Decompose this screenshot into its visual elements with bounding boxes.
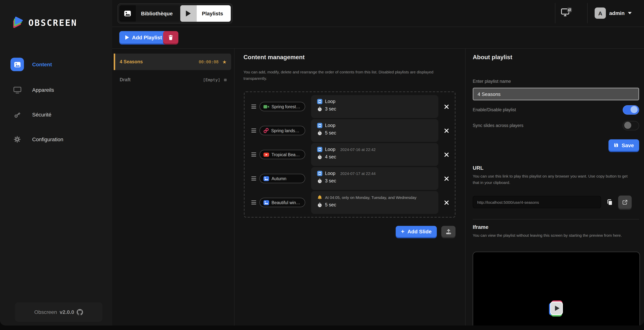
- slide-card[interactable]: Loop 2024-07-17 at 22:44 3 sec: [311, 167, 438, 190]
- drag-handle-icon[interactable]: [251, 200, 257, 206]
- slide-duration: 5 sec: [325, 130, 336, 136]
- footer-app-name: Obscreen: [34, 309, 57, 315]
- remove-slide-button[interactable]: [438, 128, 455, 133]
- save-label: Save: [622, 142, 634, 148]
- slide-row: Beautiful win… At 04:05, only on Monday,…: [251, 191, 455, 214]
- image-icon: [263, 200, 269, 206]
- remove-slide-button[interactable]: [438, 176, 455, 181]
- topbar: Bibliothèque Playlists A admin: [112, 0, 644, 27]
- add-playlist-label: Add Playlist: [132, 34, 162, 40]
- drag-handle-icon[interactable]: [251, 176, 257, 182]
- url-row: [473, 196, 639, 209]
- slide-row: Tropical Bea… Loop 2024-07-16 at 22:42 4…: [251, 143, 455, 166]
- enable-playlist-toggle[interactable]: [623, 105, 639, 114]
- slide-chip[interactable]: Tropical Bea…: [260, 150, 305, 159]
- slide-card[interactable]: Loop 2024-07-16 at 22:42 4 sec: [311, 143, 438, 166]
- slide-chip[interactable]: Spring forest…: [260, 102, 305, 111]
- slide-card[interactable]: Loop 3 sec: [311, 95, 438, 118]
- slide-mode: Loop: [325, 147, 336, 152]
- sidebar: OBSCREEN Content Appareils Sécurité Conf: [0, 0, 112, 325]
- url-title: URL: [473, 165, 484, 171]
- slide-chip[interactable]: Autumn: [260, 174, 305, 183]
- avatar: A: [595, 8, 606, 19]
- playlist-toolbar: Add Playlist: [112, 27, 644, 49]
- save-button[interactable]: Save: [609, 139, 639, 151]
- loop-icon: [317, 147, 322, 152]
- drag-handle-icon[interactable]: [251, 127, 257, 133]
- close-icon: [444, 200, 449, 205]
- username: admin: [609, 10, 624, 16]
- playlist-duration: [Empty]: [203, 77, 220, 82]
- slide-duration: 3 sec: [325, 106, 336, 112]
- sidebar-item-label: Appareils: [32, 87, 54, 93]
- tab-label: Playlists: [197, 11, 231, 17]
- playlist-item-draft[interactable]: Draft [Empty]: [114, 73, 231, 86]
- youtube-icon: [263, 151, 269, 157]
- slide-schedule: 2024-07-16 at 22:42: [340, 147, 376, 152]
- slide-row: Spring lands… Loop 5 sec: [251, 119, 455, 142]
- drag-handle-icon[interactable]: [251, 151, 257, 157]
- loop-icon: [317, 171, 322, 176]
- sidebar-item-appareils[interactable]: Appareils: [10, 82, 54, 98]
- enable-playlist-label: Enable/Disable playlist: [473, 107, 516, 112]
- sidebar-item-label: Content: [32, 61, 52, 67]
- stopwatch-icon: [317, 130, 322, 136]
- user-menu[interactable]: A admin: [595, 8, 632, 19]
- content-management-panel: Content management You can add, modify, …: [234, 49, 465, 325]
- key-icon: [10, 111, 24, 118]
- copy-url-button[interactable]: [601, 199, 618, 206]
- remove-slide-button[interactable]: [438, 104, 455, 109]
- loop-icon: [317, 123, 322, 128]
- video-camera-icon: [263, 104, 269, 110]
- player-preview-button[interactable]: [561, 8, 572, 19]
- playlist-name: Draft: [120, 77, 130, 82]
- github-icon: [77, 309, 83, 315]
- stopwatch-icon: [317, 202, 322, 208]
- playlist-name-input[interactable]: [473, 88, 639, 100]
- slide-mode: Loop: [325, 171, 336, 176]
- playlist-url-input[interactable]: [473, 196, 601, 208]
- app-version-link[interactable]: Obscreen v2.0.0: [15, 302, 102, 322]
- upload-slide-button[interactable]: [441, 226, 456, 237]
- add-slide-button[interactable]: + Add Slide: [396, 226, 437, 237]
- close-icon: [444, 128, 449, 133]
- playlist-item-4-seasons[interactable]: 4 Seasons 00:00:08 ★: [114, 54, 231, 70]
- slide-chip-label: Autumn: [272, 176, 286, 181]
- remove-slide-button[interactable]: [438, 152, 455, 157]
- close-icon: [444, 104, 449, 109]
- slide-duration: 3 sec: [325, 178, 336, 184]
- tab-playlists[interactable]: Playlists: [180, 5, 231, 22]
- slide-chip[interactable]: Beautiful win…: [260, 198, 305, 207]
- square-badge-icon: [224, 78, 227, 81]
- delete-playlist-button[interactable]: [163, 31, 178, 44]
- view-tabs: Bibliothèque Playlists: [118, 3, 232, 24]
- slide-schedule: 2024-07-17 at 22:44: [340, 171, 376, 176]
- tab-bibliotheque[interactable]: Bibliothèque: [119, 5, 180, 22]
- close-icon: [444, 176, 449, 181]
- floppy-disk-icon: [614, 143, 619, 147]
- playlist-preview-iframe[interactable]: [473, 252, 640, 325]
- open-url-button[interactable]: [618, 196, 632, 209]
- sidebar-item-securite[interactable]: Sécurité: [10, 106, 52, 123]
- slide-chip[interactable]: Spring lands…: [260, 126, 305, 135]
- playlist-name: 4 Seasons: [120, 59, 143, 64]
- add-playlist-button[interactable]: Add Playlist: [119, 31, 168, 44]
- playlist-name-label: Enter playlist name: [473, 79, 511, 84]
- sidebar-item-configuration[interactable]: Configuration: [10, 131, 64, 147]
- sync-slides-toggle[interactable]: [623, 121, 639, 130]
- remove-slide-button[interactable]: [438, 200, 455, 205]
- slide-list: Spring forest… Loop 3 sec: [244, 91, 456, 218]
- sidebar-item-content[interactable]: Content: [10, 56, 52, 73]
- play-icon: [180, 5, 197, 22]
- slide-card[interactable]: At 04:05, only on Monday, Tuesday, and W…: [311, 191, 438, 214]
- trash-icon: [168, 34, 174, 40]
- slide-mode: At 04:05, only on Monday, Tuesday, and W…: [325, 195, 416, 200]
- obscreen-play-logo-icon: [13, 17, 25, 29]
- sync-slides-row: Sync slides across players: [473, 120, 639, 131]
- slide-card[interactable]: Loop 5 sec: [311, 119, 438, 142]
- iframe-title: Iframe: [473, 224, 488, 230]
- about-playlist-panel: About playlist Enter playlist name Enabl…: [465, 49, 644, 325]
- app-logo[interactable]: OBSCREEN: [13, 17, 78, 29]
- drag-handle-icon[interactable]: [251, 104, 257, 110]
- slide-chip-label: Beautiful win…: [272, 200, 300, 205]
